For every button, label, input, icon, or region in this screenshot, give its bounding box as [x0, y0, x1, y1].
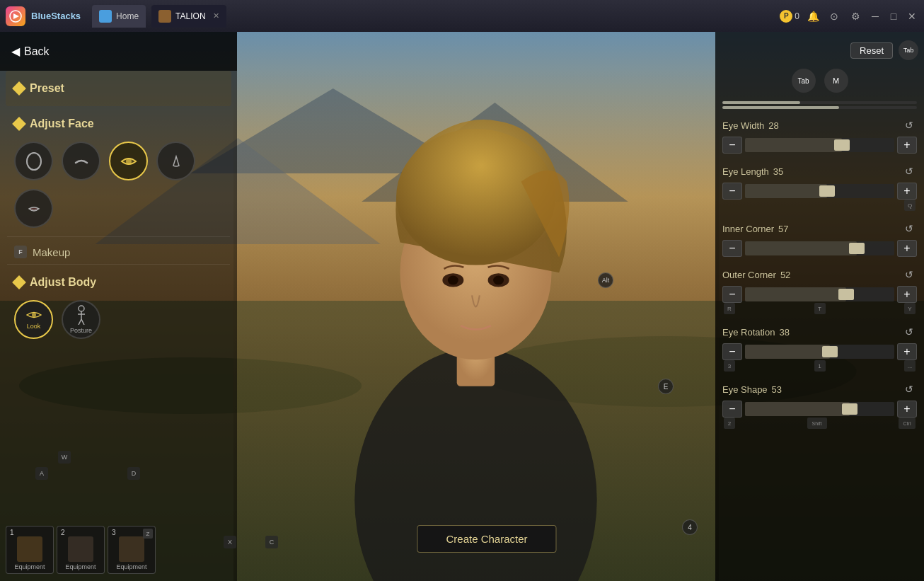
- eye-length-label-row: Eye Length 35 ↺: [722, 163, 917, 179]
- eye-length-reset-btn[interactable]: ↺: [901, 163, 917, 179]
- outer-corner-track[interactable]: [745, 287, 894, 301]
- svg-point-18: [126, 159, 132, 164]
- tab-key-badge[interactable]: Tab: [899, 40, 918, 60]
- equip-slot-2[interactable]: 2 Equipment: [57, 526, 105, 574]
- eye-shape-track[interactable]: [745, 402, 894, 416]
- thin-track-2[interactable]: [722, 106, 917, 109]
- inner-corner-minus-btn[interactable]: −: [722, 240, 742, 257]
- eye-length-minus-btn[interactable]: −: [722, 183, 742, 200]
- right-tabs-row: Tab M: [715, 66, 924, 98]
- adjust-body-section: Adjust Body Look Post: [6, 268, 231, 345]
- eye-width-track[interactable]: [745, 138, 894, 152]
- bell-icon[interactable]: 🔔: [805, 8, 821, 24]
- posture-btn[interactable]: Posture: [62, 300, 100, 339]
- outer-corner-plus-btn[interactable]: +: [897, 286, 917, 303]
- circle-icon[interactable]: ⊙: [826, 8, 842, 24]
- adjust-body-label: Adjust Body: [30, 276, 96, 289]
- brand-name: BlueStacks: [31, 11, 81, 21]
- posture-label: Posture: [70, 327, 92, 334]
- lips-btn[interactable]: [14, 189, 53, 228]
- preset-label: Preset: [30, 82, 64, 95]
- character-area: [233, 67, 719, 581]
- equip-icon-2: [68, 536, 93, 562]
- tab-circle-btn[interactable]: Tab: [792, 69, 816, 93]
- equip-icon-3: [119, 536, 144, 562]
- back-button[interactable]: ◀ Back: [11, 45, 50, 58]
- eye-rotation-label-row: Eye Rotation 38 ↺: [722, 324, 917, 340]
- m-circle-btn[interactable]: M: [824, 69, 848, 93]
- outer-corner-fill: [745, 287, 846, 301]
- face-shape-btn[interactable]: [14, 142, 53, 180]
- adjust-face-section: Adjust Face: [6, 109, 231, 234]
- equip-icon-1: [17, 536, 42, 562]
- maximize-icon[interactable]: □: [887, 10, 900, 23]
- eye-shape-plus-btn[interactable]: +: [897, 401, 917, 418]
- reset-button[interactable]: Reset: [850, 42, 893, 59]
- gear-icon[interactable]: ⚙: [848, 8, 863, 24]
- adjust-body-header: Adjust Body: [14, 270, 223, 294]
- eye-rotation-reset-btn[interactable]: ↺: [901, 324, 917, 340]
- close-tab-icon[interactable]: ✕: [213, 11, 219, 21]
- eye-shape-reset-btn[interactable]: ↺: [901, 381, 917, 397]
- eye-shape-value: 53: [772, 384, 782, 395]
- back-arrow-icon: ◀: [11, 45, 20, 58]
- tab-game-label: TALION: [175, 11, 205, 21]
- eye-length-thumb: [819, 185, 835, 197]
- right-panel: Reset Tab Tab M: [715, 32, 924, 581]
- outer-corner-reset-btn[interactable]: ↺: [901, 267, 917, 282]
- equip-slot-3[interactable]: 3 Z Equipment: [108, 526, 156, 574]
- divider-2: [7, 264, 230, 265]
- eye-rotation-fill: [745, 345, 830, 359]
- equip-slot-1[interactable]: 1 Equipment: [6, 526, 54, 574]
- inner-corner-track[interactable]: [745, 241, 894, 255]
- t-key-badge: T: [814, 303, 826, 314]
- eye-rotation-plus-btn[interactable]: +: [897, 343, 917, 360]
- minimize-icon[interactable]: ─: [869, 10, 882, 23]
- svg-point-17: [27, 153, 41, 170]
- preset-diamond-icon: [12, 81, 26, 96]
- eye-width-minus-btn[interactable]: −: [722, 137, 742, 154]
- a-key-badge: A: [35, 467, 48, 480]
- eye-length-plus-btn[interactable]: +: [897, 183, 917, 200]
- eye-shape-label-row: Eye Shape 53 ↺: [722, 381, 917, 397]
- tab-badge-label: Tab: [903, 47, 914, 54]
- eye-shape-keys: 2 Shift Ctrl: [722, 418, 917, 429]
- tab-game[interactable]: TALION ✕: [151, 5, 226, 28]
- inner-corner-controls: − +: [722, 240, 917, 257]
- eye-length-track[interactable]: [745, 184, 894, 198]
- create-character-button[interactable]: Create Character: [417, 525, 556, 553]
- close-icon[interactable]: ✕: [906, 10, 918, 23]
- thin-track-1[interactable]: [722, 101, 917, 104]
- eyebrow-btn[interactable]: [62, 142, 100, 180]
- q-key-badge: Q: [904, 200, 916, 211]
- eye-rotation-controls: − +: [722, 343, 917, 360]
- dot-key-badge: ...: [904, 360, 916, 372]
- eye-rotation-minus-btn[interactable]: −: [722, 343, 742, 360]
- inner-corner-reset-btn[interactable]: ↺: [901, 221, 917, 236]
- eye-width-plus-btn[interactable]: +: [897, 137, 917, 154]
- adjust-body-diamond-icon: [12, 275, 26, 289]
- thin-fill-2: [722, 106, 839, 109]
- nose-btn[interactable]: [156, 142, 195, 180]
- eye-btn[interactable]: [109, 142, 148, 180]
- eye-shape-controls: − +: [722, 401, 917, 418]
- eye-rotation-thumb: [822, 346, 838, 357]
- eye-rotation-track[interactable]: [745, 345, 894, 359]
- eye-width-label-row: Eye Width 28 ↺: [722, 117, 917, 133]
- inner-corner-thumb: [849, 243, 865, 254]
- 2-key-badge: 2: [724, 418, 735, 429]
- eye-shape-minus-btn[interactable]: −: [722, 401, 742, 418]
- ctrl-key-badge: Ctrl: [899, 418, 916, 429]
- tab-home-label: Home: [116, 11, 139, 21]
- tab-home[interactable]: Home: [92, 5, 146, 28]
- makeup-section: F Makeup: [6, 243, 231, 261]
- eye-width-controls: − +: [722, 137, 917, 154]
- outer-corner-minus-btn[interactable]: −: [722, 286, 742, 303]
- inner-corner-plus-btn[interactable]: +: [897, 240, 917, 257]
- look-btn[interactable]: Look: [14, 300, 53, 339]
- back-label: Back: [24, 45, 50, 58]
- x-key-badge: X: [224, 536, 236, 548]
- 4-key-float: 4: [682, 519, 698, 535]
- adjust-face-header: Adjust Face: [14, 112, 223, 136]
- eye-width-reset-btn[interactable]: ↺: [901, 117, 917, 133]
